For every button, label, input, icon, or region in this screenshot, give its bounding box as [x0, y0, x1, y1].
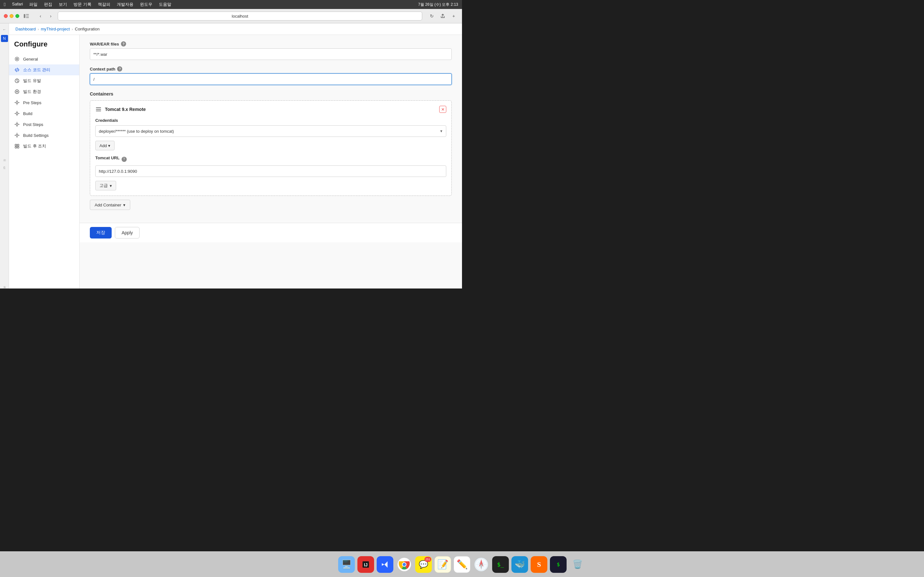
- svg-point-4: [16, 58, 18, 60]
- back-button[interactable]: ‹: [36, 11, 45, 21]
- advanced-label: 고급: [99, 183, 108, 189]
- address-bar[interactable]: localhost: [58, 11, 422, 21]
- new-tab-button[interactable]: +: [449, 11, 458, 21]
- config-sidebar: Configure General: [9, 35, 79, 288]
- container-name: Tomcat 9.x Remote: [105, 107, 145, 112]
- nav-label-post-steps: Post Steps: [23, 122, 43, 127]
- nav-item-build-settings[interactable]: Build Settings: [9, 130, 79, 141]
- add-container-chevron-icon: ▾: [123, 203, 126, 207]
- post-steps-icon: [14, 121, 20, 127]
- svg-rect-12: [17, 144, 19, 146]
- menu-bookmarks[interactable]: 책갈피: [98, 2, 110, 7]
- context-path-label: Context path ?: [90, 66, 452, 71]
- add-credentials-button[interactable]: Add ▾: [95, 141, 115, 150]
- svg-point-7: [16, 102, 18, 103]
- nav-label-source-code: 소스 코드 관리: [23, 67, 50, 73]
- war-ear-help-icon[interactable]: ?: [121, 41, 126, 47]
- nav-label-pre-steps: Pre Steps: [23, 100, 41, 105]
- general-icon: [14, 56, 20, 62]
- svg-rect-3: [26, 17, 29, 18]
- browser-toolbar-actions: ↻ +: [427, 11, 458, 21]
- nav-item-pre-steps[interactable]: Pre Steps: [9, 97, 79, 108]
- svg-point-8: [16, 113, 18, 114]
- add-credentials-label: Add: [99, 143, 107, 148]
- traffic-lights: [4, 14, 19, 18]
- minimize-window-button[interactable]: [10, 14, 13, 18]
- svg-point-10: [16, 134, 18, 136]
- forward-button[interactable]: ›: [46, 11, 55, 21]
- mac-menu-bar:  Safari 파일 편집 보기 방문 기록 책갈피 개발자용 윈도우 도움말: [4, 2, 171, 7]
- container-card: Tomcat 9.x Remote ✕ Credentials deployer…: [90, 100, 452, 196]
- nav-item-post-steps[interactable]: Post Steps: [9, 119, 79, 130]
- menu-window[interactable]: 윈도우: [140, 2, 152, 7]
- config-main: WAR/EAR files ? Context path ?: [79, 35, 462, 288]
- build-env-icon: [14, 89, 20, 95]
- app-content: ← N 전 25 분 Dashboard › myThird-project ›…: [0, 23, 462, 288]
- containers-label: Containers: [90, 91, 452, 97]
- nav-label-build-after: 빌드 후 조치: [23, 143, 46, 149]
- breadcrumb-current: Configuration: [75, 27, 99, 31]
- credentials-section: Credentials deployer/****** (use to depl…: [95, 118, 446, 150]
- breadcrumb-dashboard[interactable]: Dashboard: [15, 27, 36, 31]
- side-label-3: 분: [3, 286, 6, 288]
- nav-item-general[interactable]: General: [9, 53, 79, 64]
- containers-group: Containers: [90, 91, 452, 210]
- menu-view[interactable]: 보기: [59, 2, 67, 7]
- war-ear-input[interactable]: [90, 48, 452, 60]
- menu-file[interactable]: 파일: [29, 2, 37, 7]
- tomcat-url-section: Tomcat URL ?: [95, 155, 446, 177]
- mac-status-bar: 7월 26일 (수) 오후 2:13: [418, 2, 458, 7]
- menu-history[interactable]: 방문 기록: [73, 2, 91, 7]
- main-panel: Dashboard › myThird-project › Configurat…: [9, 23, 462, 288]
- svg-point-9: [16, 123, 18, 125]
- advanced-button[interactable]: 고급 ▾: [95, 181, 116, 190]
- advanced-chevron-icon: ▾: [110, 183, 112, 188]
- credentials-label: Credentials: [95, 118, 446, 123]
- nav-item-source-code[interactable]: 소스 코드 관리: [9, 64, 79, 75]
- config-title: Configure: [9, 40, 79, 53]
- save-button[interactable]: 저장: [90, 227, 111, 239]
- context-path-input[interactable]: [90, 73, 452, 85]
- add-chevron-icon: ▾: [108, 143, 110, 148]
- nav-item-build-trigger[interactable]: 빌드 유발: [9, 75, 79, 86]
- build-after-icon: [14, 143, 20, 149]
- add-container-button[interactable]: Add Container ▾: [90, 200, 130, 210]
- reload-button[interactable]: ↻: [427, 11, 436, 21]
- context-path-help-icon[interactable]: ?: [117, 66, 122, 71]
- nav-icon-back[interactable]: ←: [1, 26, 8, 33]
- maximize-window-button[interactable]: [15, 14, 19, 18]
- sidebar-toggle-button[interactable]: [22, 11, 31, 21]
- datetime: 7월 26일 (수) 오후 2:13: [418, 2, 458, 7]
- build-icon: [14, 111, 20, 116]
- breadcrumb-sep-2: ›: [72, 27, 73, 31]
- apply-button[interactable]: Apply: [115, 227, 140, 239]
- config-content: WAR/EAR files ? Context path ?: [79, 35, 462, 223]
- add-container-label: Add Container: [95, 203, 121, 207]
- menu-edit[interactable]: 편집: [44, 2, 52, 7]
- nav-item-build-after[interactable]: 빌드 후 조치: [9, 141, 79, 152]
- two-col-layout: Configure General: [9, 35, 462, 288]
- nav-item-build[interactable]: Build: [9, 108, 79, 119]
- tomcat-url-input[interactable]: [95, 165, 446, 177]
- build-settings-icon: [14, 132, 20, 138]
- breadcrumb-project[interactable]: myThird-project: [41, 27, 69, 31]
- drag-handle-icon[interactable]: [95, 107, 102, 112]
- app-name[interactable]: Safari: [12, 2, 23, 7]
- nav-item-build-env[interactable]: 빌드 환경: [9, 86, 79, 97]
- tomcat-url-help-icon[interactable]: ?: [121, 157, 127, 162]
- apple-menu[interactable]: : [4, 2, 5, 7]
- credentials-select[interactable]: deployer/****** (use to deploy on tomcat…: [95, 125, 446, 137]
- close-window-button[interactable]: [4, 14, 8, 18]
- share-button[interactable]: [438, 11, 447, 21]
- svg-rect-13: [15, 147, 17, 148]
- menu-develop[interactable]: 개발자용: [117, 2, 134, 7]
- nav-icon-n[interactable]: N: [1, 35, 8, 42]
- menu-help[interactable]: 도움말: [159, 2, 171, 7]
- footer-bar: 저장 Apply: [79, 223, 462, 242]
- tomcat-url-label: Tomcat URL: [95, 155, 120, 160]
- container-header: Tomcat 9.x Remote ✕: [95, 106, 446, 113]
- breadcrumb: Dashboard › myThird-project › Configurat…: [9, 23, 462, 35]
- tomcat-url-label-row: Tomcat URL ?: [95, 155, 446, 163]
- thin-sidebar: ← N 전 25 분: [0, 23, 9, 288]
- remove-container-button[interactable]: ✕: [439, 106, 446, 113]
